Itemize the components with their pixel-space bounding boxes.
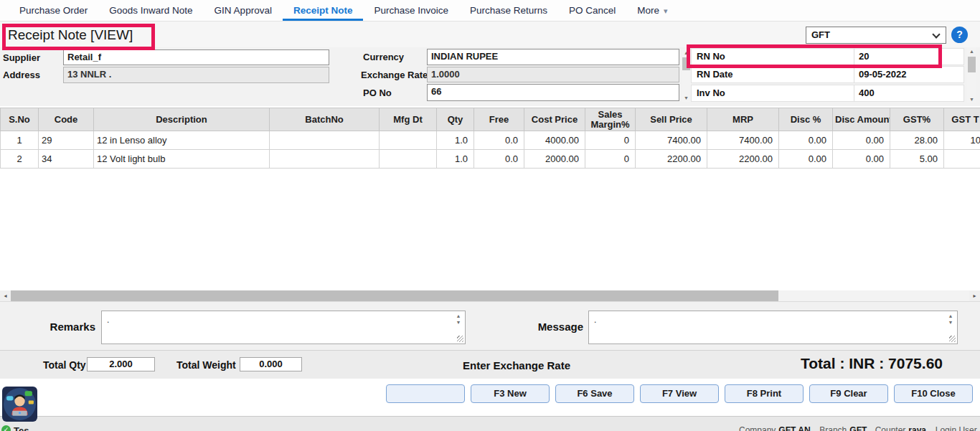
cell-code[interactable]: 34 (39, 150, 94, 169)
cell-batchno[interactable] (270, 150, 380, 169)
cell-disc-pct[interactable]: 0.00 (779, 150, 833, 169)
user-avatar[interactable] (2, 387, 37, 422)
cell-batchno[interactable] (270, 131, 380, 150)
cell-description[interactable]: 12 Volt light bulb (94, 150, 270, 169)
tab-more[interactable]: More▾ (626, 0, 678, 21)
cell-mfg-dt[interactable] (380, 131, 437, 150)
cell-mrp[interactable]: 2200.00 (707, 150, 779, 169)
table-row[interactable]: 2 34 12 Volt light bulb 1.0 0.0 2000.00 … (1, 150, 980, 169)
col-free[interactable]: Free (474, 108, 524, 131)
f9-clear-button[interactable]: F9 Clear (809, 384, 888, 403)
cell-mfg-dt[interactable] (380, 150, 437, 169)
address-input[interactable]: 13 NNLR . (63, 67, 329, 83)
col-sales-margin[interactable]: Sales Margin% (585, 108, 636, 131)
remarks-value: . (107, 315, 109, 325)
scroll-up-arrow-icon[interactable]: ▲ (967, 47, 976, 55)
scrollbar-thumb[interactable] (682, 57, 690, 70)
remarks-label: Remarks (29, 321, 95, 333)
scroll-right-arrow-icon[interactable]: ▸ (969, 290, 980, 301)
supplier-input[interactable]: Retail_f (63, 49, 329, 65)
spinner-down-icon[interactable]: ▼ (946, 319, 956, 326)
f3-new-button[interactable]: F3 New (471, 384, 550, 403)
help-button[interactable]: ? (951, 27, 968, 43)
form-right-scrollbar[interactable]: ▲ ▼ (967, 47, 976, 103)
tab-purchase-invoice[interactable]: Purchase Invoice (363, 0, 459, 21)
col-description[interactable]: Description (94, 108, 270, 131)
tab-purchase-returns[interactable]: Purchase Returns (459, 0, 558, 21)
f8-print-button[interactable]: F8 Print (725, 384, 804, 403)
po-no-input[interactable]: 66 (427, 84, 679, 101)
cell-sales-margin[interactable]: 0 (585, 131, 636, 150)
tab-gin-approval[interactable]: GIN Approval (204, 0, 283, 21)
tab-purchase-order[interactable]: Purchase Order (9, 0, 98, 21)
rn-date-row[interactable]: RN Date 09-05-2022 (691, 66, 964, 83)
remarks-textarea[interactable]: . ▲ ▼ (101, 311, 466, 344)
cell-qty[interactable]: 1.0 (437, 150, 474, 169)
scroll-left-arrow-icon[interactable]: ◂ (0, 290, 11, 301)
table-row[interactable]: 1 29 12 in Lenso alloy 1.0 0.0 4000.00 0… (1, 131, 980, 150)
cell-code[interactable]: 29 (39, 131, 94, 150)
col-disc-pct[interactable]: Disc % (779, 108, 833, 131)
cell-sell-price[interactable]: 7400.00 (636, 131, 707, 150)
col-gst-pct[interactable]: GST% (890, 108, 944, 131)
cell-gst-tax[interactable] (944, 150, 980, 169)
message-textarea[interactable]: . ▲ ▼ (588, 311, 958, 344)
col-sell-price[interactable]: Sell Price (636, 108, 707, 131)
inv-no-label: Inv No (692, 85, 854, 101)
cell-free[interactable]: 0.0 (474, 131, 524, 150)
resize-handle-icon[interactable] (457, 336, 463, 342)
f10-close-button[interactable]: F10 Close (894, 384, 973, 403)
tab-receipt-note[interactable]: Receipt Note (283, 0, 364, 21)
scroll-down-arrow-icon[interactable]: ▼ (682, 94, 691, 102)
blank-button[interactable] (386, 384, 465, 403)
cell-gst-pct[interactable]: 28.00 (890, 131, 944, 150)
cell-qty[interactable]: 1.0 (437, 131, 474, 150)
cell-sno[interactable]: 1 (1, 131, 39, 150)
f7-view-button[interactable]: F7 View (640, 384, 719, 403)
col-code[interactable]: Code (39, 108, 94, 131)
tab-goods-inward-note[interactable]: Goods Inward Note (98, 0, 203, 21)
scroll-down-arrow-icon[interactable]: ▼ (967, 95, 976, 103)
cell-cost-price[interactable]: 4000.00 (524, 131, 585, 150)
col-gst-tax[interactable]: GST T (944, 108, 980, 131)
scroll-up-arrow-icon[interactable]: ▲ (682, 49, 691, 57)
col-mfg-dt[interactable]: Mfg Dt (380, 108, 437, 131)
currency-input[interactable]: INDIAN RUPEE (427, 49, 679, 65)
bottom-left-widget[interactable]: ✓ Tes (1, 425, 29, 431)
total-qty-field[interactable]: 2.000 (87, 357, 155, 371)
col-cost-price[interactable]: Cost Price (524, 108, 585, 131)
scrollbar-thumb[interactable] (11, 290, 778, 301)
company-value: GFT AN, (778, 425, 813, 431)
exchange-rate-input[interactable]: 1.0000 (427, 67, 679, 82)
cell-description[interactable]: 12 in Lenso alloy (94, 131, 270, 150)
col-sno[interactable]: S.No (1, 108, 39, 131)
cell-sales-margin[interactable]: 0 (585, 150, 636, 169)
cell-sell-price[interactable]: 2200.00 (636, 150, 707, 169)
cell-gst-tax[interactable]: 10 (944, 131, 980, 150)
cell-mrp[interactable]: 7400.00 (707, 131, 779, 150)
cell-sno[interactable]: 2 (1, 150, 39, 169)
horizontal-scrollbar[interactable]: ◂ ▸ (0, 290, 980, 301)
cell-disc-amount[interactable]: 0.00 (833, 150, 890, 169)
rn-no-row[interactable]: RN No 20 (691, 48, 964, 65)
inv-no-row[interactable]: Inv No 400 (691, 85, 964, 102)
cell-gst-pct[interactable]: 5.00 (890, 150, 944, 169)
cell-disc-pct[interactable]: 0.00 (779, 131, 833, 150)
total-weight-field[interactable]: 0.000 (240, 357, 302, 371)
form-mid-scrollbar[interactable]: ▲ ▼ (682, 49, 691, 102)
col-mrp[interactable]: MRP (707, 108, 779, 131)
resize-handle-icon[interactable] (949, 336, 956, 342)
f6-save-button[interactable]: F6 Save (555, 384, 634, 403)
tab-po-cancel[interactable]: PO Cancel (558, 0, 626, 21)
scrollbar-thumb[interactable] (968, 57, 976, 72)
company-select[interactable]: GFT (806, 27, 946, 44)
spinner-down-icon[interactable]: ▼ (453, 319, 463, 326)
cell-free[interactable]: 0.0 (474, 150, 524, 169)
cell-cost-price[interactable]: 2000.00 (524, 150, 585, 169)
cell-disc-amount[interactable]: 0.00 (833, 131, 890, 150)
spinner-up-icon[interactable]: ▲ (946, 313, 956, 319)
col-disc-amount[interactable]: Disc Amount (833, 108, 890, 131)
col-batchno[interactable]: BatchNo (270, 108, 380, 131)
col-qty[interactable]: Qty (437, 108, 474, 131)
spinner-up-icon[interactable]: ▲ (453, 313, 463, 319)
